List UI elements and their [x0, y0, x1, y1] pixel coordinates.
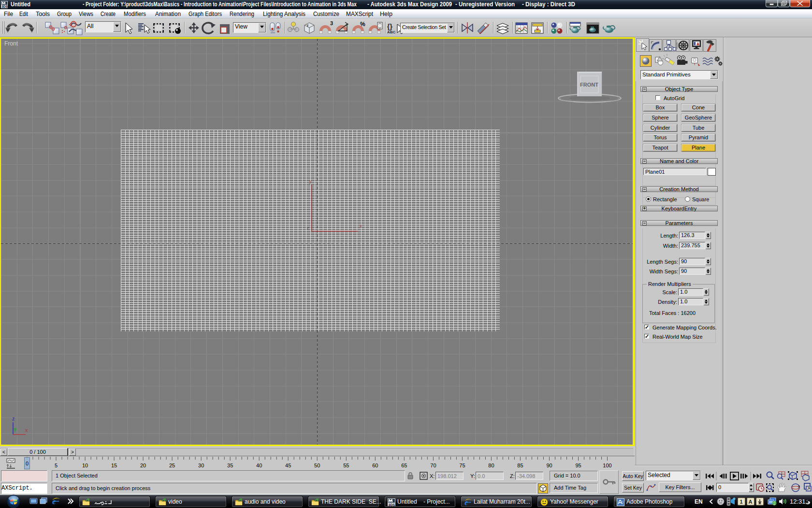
svg-text:60: 60	[372, 463, 378, 468]
svg-text:1: 1	[740, 499, 743, 505]
svg-text:A: A	[749, 499, 753, 505]
svg-text:T: T	[306, 24, 309, 28]
svg-text:x: x	[360, 224, 362, 228]
svg-text:95: 95	[575, 463, 581, 468]
svg-text:FRONT: FRONT	[580, 82, 598, 88]
svg-text:3DS: 3DS	[389, 503, 395, 507]
svg-text:12:31: 12:31	[790, 498, 806, 505]
svg-text:35: 35	[227, 463, 233, 468]
svg-text:x: x	[25, 427, 28, 433]
svg-text:40: 40	[256, 463, 262, 468]
svg-text:ABC: ABC	[387, 30, 396, 34]
svg-text:20: 20	[140, 463, 146, 468]
svg-text:85: 85	[517, 463, 523, 468]
svg-text:3: 3	[330, 20, 333, 26]
svg-text:80: 80	[488, 463, 494, 468]
svg-text:55: 55	[343, 463, 349, 468]
svg-text:90: 90	[546, 463, 552, 468]
svg-text:100: 100	[603, 463, 611, 468]
svg-text:50: 50	[314, 463, 320, 468]
svg-text:z: z	[307, 225, 309, 230]
svg-text:3DS: 3DS	[1, 5, 8, 8]
svg-text:%: %	[360, 21, 365, 28]
svg-text:30: 30	[198, 463, 204, 468]
svg-text:45: 45	[285, 463, 291, 468]
svg-text:5: 5	[55, 463, 58, 468]
svg-text:70: 70	[430, 463, 436, 468]
svg-text:10: 10	[82, 463, 88, 468]
svg-text:25: 25	[169, 463, 175, 468]
svg-text:z: z	[12, 416, 15, 421]
svg-text:y: y	[309, 179, 312, 184]
svg-text:75: 75	[459, 463, 465, 468]
svg-text:65: 65	[401, 463, 407, 468]
svg-text:{}: {}	[387, 23, 392, 30]
svg-text:15: 15	[111, 463, 117, 468]
